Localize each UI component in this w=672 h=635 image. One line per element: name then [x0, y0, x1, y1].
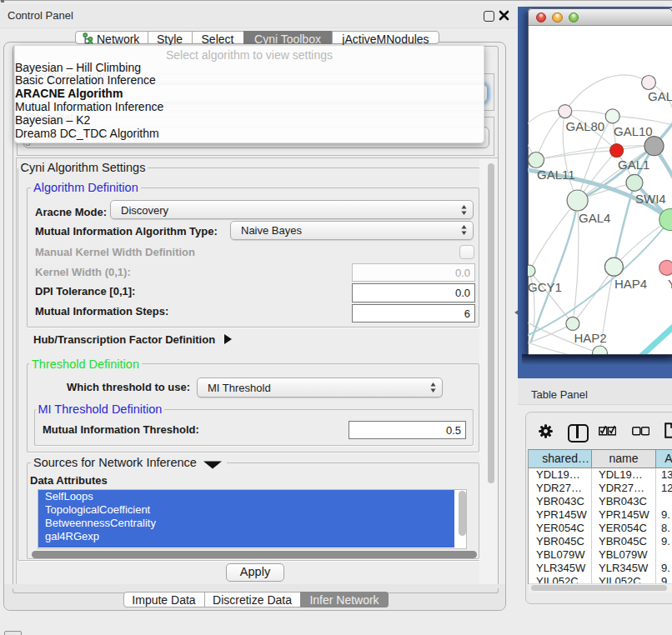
svg-text:GAL80: GAL80 — [566, 119, 605, 133]
svg-text:Y: Y — [668, 277, 672, 291]
svg-text:HAP2: HAP2 — [574, 331, 607, 345]
svg-text:GCY1: GCY1 — [528, 280, 562, 294]
svg-text:GAL2: GAL2 — [648, 89, 672, 103]
svg-text:SWI4: SWI4 — [635, 192, 666, 206]
svg-text:GAL11: GAL11 — [537, 168, 575, 182]
svg-text:HAP4: HAP4 — [614, 277, 647, 291]
svg-text:GAL1: GAL1 — [618, 158, 649, 172]
svg-text:GAL4: GAL4 — [579, 211, 610, 225]
svg-text:GAL10: GAL10 — [614, 124, 653, 138]
